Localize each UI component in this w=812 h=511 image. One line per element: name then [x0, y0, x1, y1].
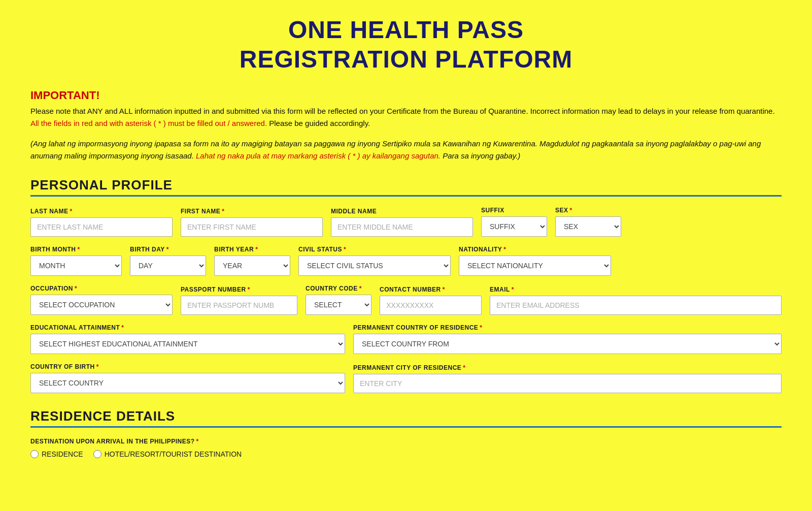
email-input[interactable] [490, 296, 782, 315]
birth-year-label: BIRTH YEAR* [214, 246, 290, 253]
first-name-label: FIRST NAME* [181, 208, 323, 215]
civil-status-group: CIVIL STATUS* SELECT CIVIL STATUS SINGLE… [298, 246, 451, 276]
personal-profile-title: PERSONAL PROFILE [30, 177, 782, 193]
birth-year-select[interactable]: YEAR [214, 256, 290, 276]
birth-day-label: BIRTH DAY* [130, 246, 206, 253]
residence-option[interactable]: RESIDENCE [30, 450, 83, 458]
contact-group: CONTACT NUMBER* [380, 286, 482, 315]
residence-label: RESIDENCE [42, 450, 83, 458]
birth-day-select[interactable]: DAY [130, 256, 206, 276]
last-name-label: LAST NAME* [30, 208, 173, 215]
birth-day-group: BIRTH DAY* DAY [130, 246, 206, 276]
first-name-group: FIRST NAME* [181, 208, 323, 237]
suffix-label: SUFFIX [481, 207, 547, 214]
perm-country-select[interactable]: SELECT COUNTRY FROM PHILIPPINES UNITED S… [353, 334, 782, 354]
country-code-select[interactable]: SELECT +63 (PH) +1 (US) +44 (UK) [306, 295, 371, 315]
education-row: EDUCATIONAL ATTAINMENT* SELECT HIGHEST E… [30, 324, 782, 354]
civil-status-label: CIVIL STATUS* [298, 246, 451, 253]
perm-country-label: PERMANENT COUNTRY OF RESIDENCE* [353, 324, 782, 331]
sex-select[interactable]: SEX MALE FEMALE [555, 216, 621, 237]
nationality-label: NATIONALITY* [459, 246, 611, 253]
important-text-english: Please note that ANY and ALL information… [30, 105, 782, 130]
birth-year-group: BIRTH YEAR* YEAR [214, 246, 290, 276]
passport-label: PASSPORT NUMBER* [181, 286, 297, 293]
suffix-group: SUFFIX SUFFIX Jr. Sr. II III [481, 207, 547, 237]
title-line1: ONE HEALTH PASS [288, 16, 524, 43]
suffix-select[interactable]: SUFFIX Jr. Sr. II III [481, 216, 547, 237]
passport-input[interactable] [181, 296, 297, 315]
destination-label: DESTINATION UPON ARRIVAL IN THE PHILIPPI… [30, 438, 782, 445]
middle-name-group: MIDDLE NAME [331, 208, 473, 237]
contact-input[interactable] [380, 296, 482, 315]
page-title: ONE HEALTH PASS REGISTRATION PLATFORM [30, 15, 782, 74]
last-name-group: LAST NAME* [30, 208, 173, 237]
country-code-label: COUNTRY CODE* [306, 285, 371, 292]
destination-options: RESIDENCE HOTEL/RESORT/TOURIST DESTINATI… [30, 450, 782, 458]
contact-label: CONTACT NUMBER* [380, 286, 482, 293]
middle-name-label: MIDDLE NAME [331, 208, 473, 215]
occupation-row: OCCUPATION* SELECT OCCUPATION HEALTHCARE… [30, 285, 782, 315]
education-label: EDUCATIONAL ATTAINMENT* [30, 324, 345, 331]
education-select[interactable]: SELECT HIGHEST EDUCATIONAL ATTAINMENT EL… [30, 334, 345, 354]
birth-month-label: BIRTH MONTH* [30, 246, 122, 253]
name-row: LAST NAME* FIRST NAME* MIDDLE NAME SUFFI… [30, 207, 782, 237]
civil-status-select[interactable]: SELECT CIVIL STATUS SINGLE MARRIED WIDOW… [298, 256, 451, 276]
important-text-tagalog: (Ang lahat ng impormasyong inyong ipapas… [30, 138, 782, 162]
birth-month-group: BIRTH MONTH* MONTH JANUARY FEBRUARY MARC… [30, 246, 122, 276]
important-section: IMPORTANT! Please note that ANY and ALL … [30, 89, 782, 162]
hotel-label: HOTEL/RESORT/TOURIST DESTINATION [105, 450, 242, 458]
occupation-group: OCCUPATION* SELECT OCCUPATION HEALTHCARE… [30, 285, 173, 315]
destination-group: DESTINATION UPON ARRIVAL IN THE PHILIPPI… [30, 438, 782, 458]
passport-group: PASSPORT NUMBER* [181, 286, 297, 315]
important-red-text: All the fields in red and with asterisk … [30, 119, 267, 127]
sex-group: SEX* SEX MALE FEMALE [555, 207, 621, 237]
first-name-input[interactable] [181, 217, 323, 237]
birth-country-group: COUNTRY OF BIRTH* SELECT COUNTRY PHILIPP… [30, 363, 345, 393]
occupation-label: OCCUPATION* [30, 285, 173, 292]
last-name-input[interactable] [30, 217, 173, 237]
hotel-radio[interactable] [93, 450, 101, 458]
education-group: EDUCATIONAL ATTAINMENT* SELECT HIGHEST E… [30, 324, 345, 354]
birth-row: BIRTH MONTH* MONTH JANUARY FEBRUARY MARC… [30, 246, 782, 276]
residence-radio[interactable] [30, 450, 39, 458]
perm-city-input[interactable] [353, 374, 782, 393]
nationality-group: NATIONALITY* SELECT NATIONALITY FILIPINO… [459, 246, 611, 276]
important-after-red: Please be guided accordingly. [269, 119, 370, 127]
email-group: EMAIL* [490, 286, 782, 315]
residence-details-title: RESIDENCE DETAILS [30, 408, 782, 424]
birth-country-label: COUNTRY OF BIRTH* [30, 363, 345, 370]
birth-country-select[interactable]: SELECT COUNTRY PHILIPPINES UNITED STATES… [30, 373, 345, 393]
important-label: IMPORTANT! [30, 89, 782, 102]
email-label: EMAIL* [490, 286, 782, 293]
sex-label: SEX* [555, 207, 621, 214]
title-line2: REGISTRATION PLATFORM [240, 46, 573, 73]
important-before-red: Please note that ANY and ALL information… [30, 107, 775, 115]
residence-details-divider [30, 426, 782, 428]
tagalog-after-red: Para sa inyong gabay.) [443, 151, 520, 160]
country-code-group: COUNTRY CODE* SELECT +63 (PH) +1 (US) +4… [306, 285, 371, 315]
occupation-select[interactable]: SELECT OCCUPATION HEALTHCARE WORKER STUD… [30, 295, 173, 315]
birth-month-select[interactable]: MONTH JANUARY FEBRUARY MARCH APRIL MAY J… [30, 256, 122, 276]
perm-country-group: PERMANENT COUNTRY OF RESIDENCE* SELECT C… [353, 324, 782, 354]
perm-city-label: PERMANENT CITY OF RESIDENCE* [353, 364, 782, 371]
nationality-select[interactable]: SELECT NATIONALITY FILIPINO AMERICAN BRI… [459, 256, 611, 276]
middle-name-input[interactable] [331, 217, 473, 237]
perm-city-group: PERMANENT CITY OF RESIDENCE* [353, 364, 782, 393]
hotel-option[interactable]: HOTEL/RESORT/TOURIST DESTINATION [93, 450, 242, 458]
personal-profile-divider [30, 195, 782, 197]
birth-country-row: COUNTRY OF BIRTH* SELECT COUNTRY PHILIPP… [30, 363, 782, 393]
tagalog-red-text: Lahat ng naka pula at may markang asteri… [196, 151, 441, 160]
